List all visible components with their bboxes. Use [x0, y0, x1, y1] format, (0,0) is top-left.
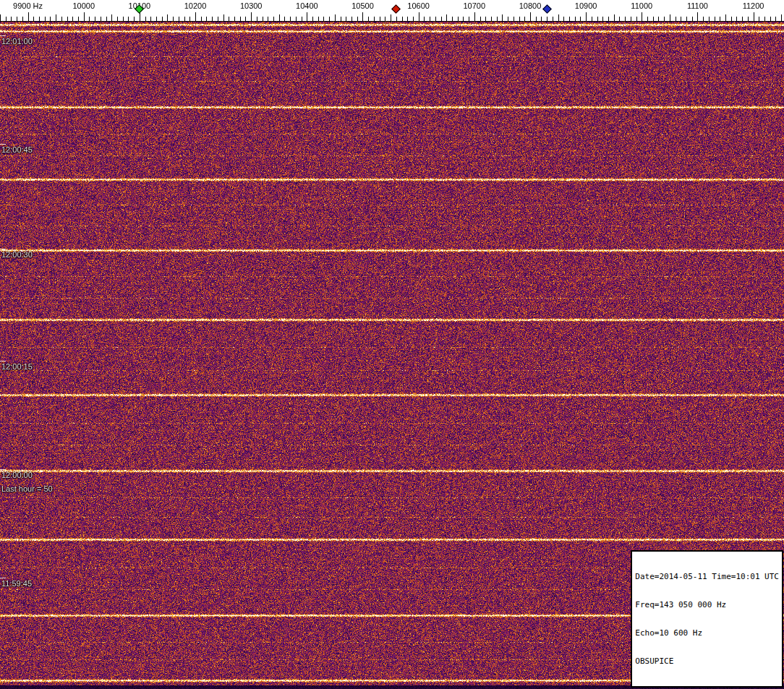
frequency-scale-ticks	[0, 0, 784, 22]
frequency-ruler	[0, 0, 784, 22]
waterfall-display: 12:01:0012:00:4512:00:3012:00:1512:00:00…	[0, 0, 784, 689]
info-freq-line: Freq=143 050 000 Hz	[635, 600, 779, 609]
info-station-line: OBSUPICE	[635, 656, 779, 666]
info-box: Date=2014-05-11 Time=10:01 UTC Freq=143 …	[631, 550, 783, 688]
info-echo-line: Echo=10 600 Hz	[635, 628, 779, 638]
info-date-line: Date=2014-05-11 Time=10:01 UTC	[635, 572, 779, 581]
